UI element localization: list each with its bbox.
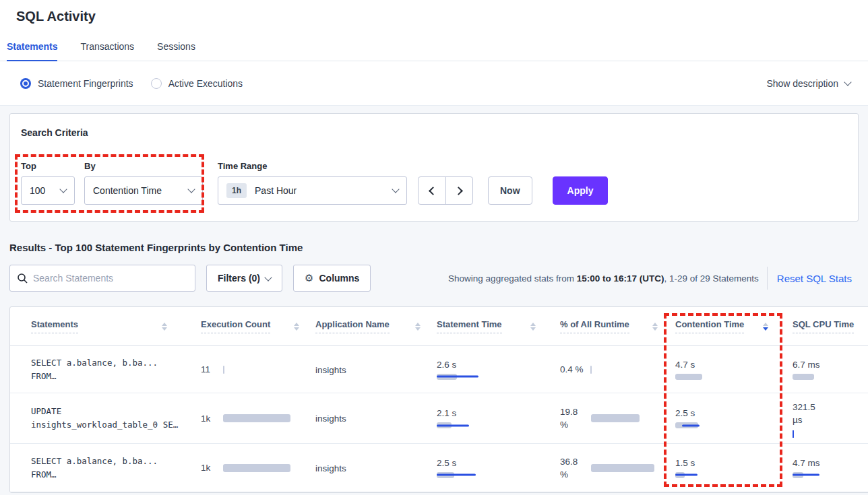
cell-contention-time: 2.5 s xyxy=(666,408,783,428)
show-description-label: Show description xyxy=(766,78,838,89)
page-title: SQL Activity xyxy=(0,0,868,24)
tab-transactions[interactable]: Transactions xyxy=(80,35,134,61)
chevron-down-icon xyxy=(59,185,67,193)
search-criteria-title: Search Criteria xyxy=(21,127,847,138)
column-header-label: SQL CPU Time xyxy=(793,319,854,333)
apply-button[interactable]: Apply xyxy=(553,176,609,205)
top-field: Top 100 xyxy=(21,161,75,205)
by-field: By Contention Time xyxy=(84,161,203,205)
column-header-execution-count[interactable]: Execution Count xyxy=(191,319,306,333)
column-header-sql-cpu-time[interactable]: SQL CPU Time xyxy=(783,319,868,333)
column-header-statement-time[interactable]: Statement Time xyxy=(427,319,551,333)
cell-sql-cpu-time: 321.5 µs xyxy=(783,401,868,436)
cell-application-name: insights xyxy=(306,463,427,473)
metric-bar xyxy=(793,430,794,436)
gear-icon: ⚙ xyxy=(305,272,313,284)
chevron-down-icon xyxy=(264,273,272,281)
cell-pct-of-all-runtime: 0.4 % xyxy=(551,364,666,374)
tab-statements[interactable]: Statements xyxy=(7,35,57,61)
metric-bar xyxy=(591,464,654,472)
column-header-label: % of All Runtime xyxy=(560,319,629,333)
column-header-contention-time[interactable]: Contention Time xyxy=(666,319,783,333)
metric-bar xyxy=(793,374,814,380)
radio-active-executions[interactable]: Active Executions xyxy=(151,78,243,89)
cell-execution-count: 1k xyxy=(191,414,306,424)
metric-bar xyxy=(223,464,290,472)
radio-unselected-icon xyxy=(151,78,162,89)
search-statements-input[interactable] xyxy=(33,273,188,284)
search-criteria-card: Search Criteria Top 100 By Contention Ti… xyxy=(9,113,859,222)
sort-icon xyxy=(294,323,299,331)
tab-sessions[interactable]: Sessions xyxy=(157,35,195,61)
cell-sql-cpu-time: 6.7 ms xyxy=(783,360,868,380)
results-heading: Results - Top 100 Statement Fingerprints… xyxy=(9,242,859,253)
filters-label: Filters (0) xyxy=(218,273,260,284)
chevron-right-icon xyxy=(454,187,463,195)
next-time-button[interactable] xyxy=(445,177,472,204)
cell-application-name: insights xyxy=(306,413,427,424)
time-range-label: Time Range xyxy=(218,161,407,171)
time-range-select[interactable]: 1h Past Hour xyxy=(218,176,407,205)
cell-statement-fingerprint[interactable]: UPDATEinsights_workload_table_0 SE… xyxy=(31,405,191,432)
table-row: SELECT a.balance, b.ba...FROM…11insights… xyxy=(10,346,868,393)
sort-icon xyxy=(530,323,536,331)
reset-sql-stats-link[interactable]: Reset SQL Stats xyxy=(777,273,859,284)
table-row: UPDATEinsights_workload_table_0 SE…1kins… xyxy=(10,393,868,444)
column-header-label: Statements xyxy=(31,319,78,333)
table-header-row: StatementsExecution CountApplication Nam… xyxy=(10,307,868,346)
view-toggle-row: Statement Fingerprints Active Executions… xyxy=(0,61,868,106)
time-range-field: Time Range 1h Past Hour xyxy=(218,161,407,205)
time-range-value: Past Hour xyxy=(255,185,297,196)
cell-pct-of-all-runtime: 19.8 % xyxy=(551,405,666,431)
aggregated-stats-text: Showing aggregated stats from 15:00 to 1… xyxy=(448,273,759,284)
top-section: SQL Activity Statements Transactions Ses… xyxy=(0,0,868,106)
sort-icon xyxy=(763,323,768,331)
metric-bar xyxy=(675,472,698,478)
statements-table-body: SELECT a.balance, b.ba...FROM…11insights… xyxy=(10,346,868,492)
statements-table-card: StatementsExecution CountApplication Nam… xyxy=(9,306,868,493)
now-button[interactable]: Now xyxy=(488,176,532,205)
metric-bar xyxy=(437,472,476,478)
column-header-application-name[interactable]: Application Name xyxy=(306,319,427,333)
search-criteria-fields: Top 100 By Contention Time Time Range 1h… xyxy=(21,141,847,205)
column-header-label: Execution Count xyxy=(201,319,270,333)
metric-bar xyxy=(591,414,640,422)
by-select[interactable]: Contention Time xyxy=(84,176,203,205)
cell-application-name: insights xyxy=(306,364,427,375)
radio-statement-fingerprints[interactable]: Statement Fingerprints xyxy=(20,78,133,89)
metric-bar xyxy=(675,422,700,428)
column-header-statements[interactable]: Statements xyxy=(10,319,191,333)
cell-contention-time: 4.7 s xyxy=(666,360,783,380)
sort-icon xyxy=(415,323,421,331)
by-select-value: Contention Time xyxy=(93,185,162,196)
show-description-toggle[interactable]: Show description xyxy=(766,78,850,89)
top-label: Top xyxy=(21,161,75,171)
radio-label: Active Executions xyxy=(168,78,243,89)
top-select-value: 100 xyxy=(30,185,45,196)
column-header-of-all-runtime[interactable]: % of All Runtime xyxy=(551,319,666,333)
previous-time-button[interactable] xyxy=(418,177,445,204)
radio-selected-icon xyxy=(20,78,31,89)
cell-execution-count: 1k xyxy=(191,463,306,473)
by-label: By xyxy=(84,161,203,171)
metric-bar xyxy=(437,374,478,380)
cell-statement-time: 2.6 s xyxy=(427,360,551,380)
chevron-down-icon xyxy=(392,185,399,193)
cell-sql-cpu-time: 4.7 ms xyxy=(783,458,868,478)
vertical-divider xyxy=(767,267,768,290)
sort-icon xyxy=(652,323,658,331)
cell-statement-fingerprint[interactable]: SELECT a.balance, b.ba...FROM… xyxy=(31,356,191,383)
column-header-label: Statement Time xyxy=(437,319,502,333)
cell-statement-time: 2.1 s xyxy=(427,408,551,428)
filters-button[interactable]: Filters (0) xyxy=(206,265,282,292)
top-select[interactable]: 100 xyxy=(21,176,75,205)
toolbar-right: Showing aggregated stats from 15:00 to 1… xyxy=(448,267,859,290)
results-toolbar: Filters (0) ⚙ Columns Showing aggregated… xyxy=(9,265,859,292)
cell-statement-fingerprint[interactable]: SELECT a.balance, b.ba...FROM… xyxy=(31,455,191,482)
radio-label: Statement Fingerprints xyxy=(38,78,133,89)
column-header-label: Application Name xyxy=(315,319,390,333)
columns-label: Columns xyxy=(319,273,359,284)
columns-button[interactable]: ⚙ Columns xyxy=(293,265,371,292)
table-row: SELECT a.balance, b.ba...FROM…1kinsights… xyxy=(10,444,868,492)
metric-bar xyxy=(223,414,290,422)
